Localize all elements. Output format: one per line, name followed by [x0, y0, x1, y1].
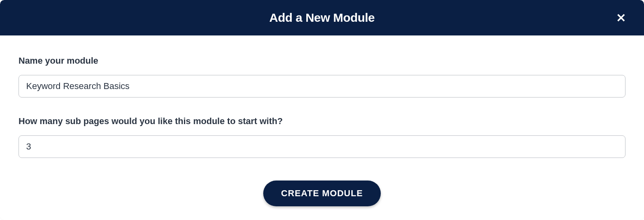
subpages-input[interactable] [19, 135, 625, 158]
module-name-group: Name your module [19, 56, 625, 98]
module-name-input[interactable] [19, 75, 625, 98]
modal-title: Add a New Module [269, 11, 375, 25]
close-button[interactable] [613, 10, 629, 25]
subpages-label: How many sub pages would you like this m… [19, 116, 625, 127]
module-name-label: Name your module [19, 56, 625, 66]
modal-footer: CREATE MODULE [19, 176, 625, 206]
modal-body: Name your module How many sub pages woul… [0, 35, 644, 218]
add-module-modal: Add a New Module Name your module How ma… [0, 0, 644, 220]
close-icon [616, 12, 626, 23]
create-module-button[interactable]: CREATE MODULE [263, 181, 380, 206]
subpages-group: How many sub pages would you like this m… [19, 116, 625, 158]
modal-header: Add a New Module [0, 0, 644, 35]
